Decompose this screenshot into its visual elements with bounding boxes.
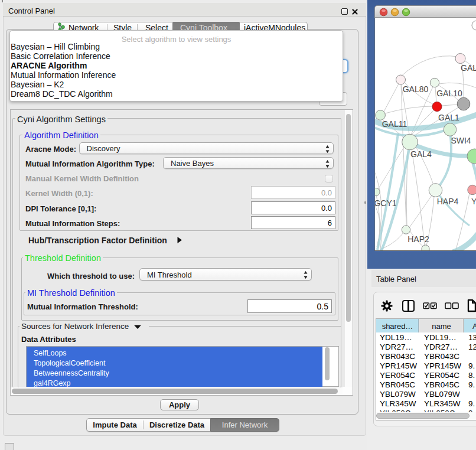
svg-text:SWI4: SWI4: [451, 136, 471, 145]
svg-text:HAP4: HAP4: [437, 197, 459, 206]
svg-text:GAL10: GAL10: [436, 89, 462, 98]
svg-text:GAL1: GAL1: [438, 113, 459, 122]
svg-text:GAL4: GAL4: [410, 149, 432, 159]
svg-text:GAL7: GAL7: [461, 63, 476, 73]
svg-text:GAL11: GAL11: [382, 119, 407, 129]
svg-text:GCY1: GCY1: [375, 198, 397, 208]
svg-text:HAP2: HAP2: [407, 234, 429, 244]
svg-text:Y: Y: [471, 197, 476, 206]
svg-text:GAL80: GAL80: [403, 84, 429, 94]
